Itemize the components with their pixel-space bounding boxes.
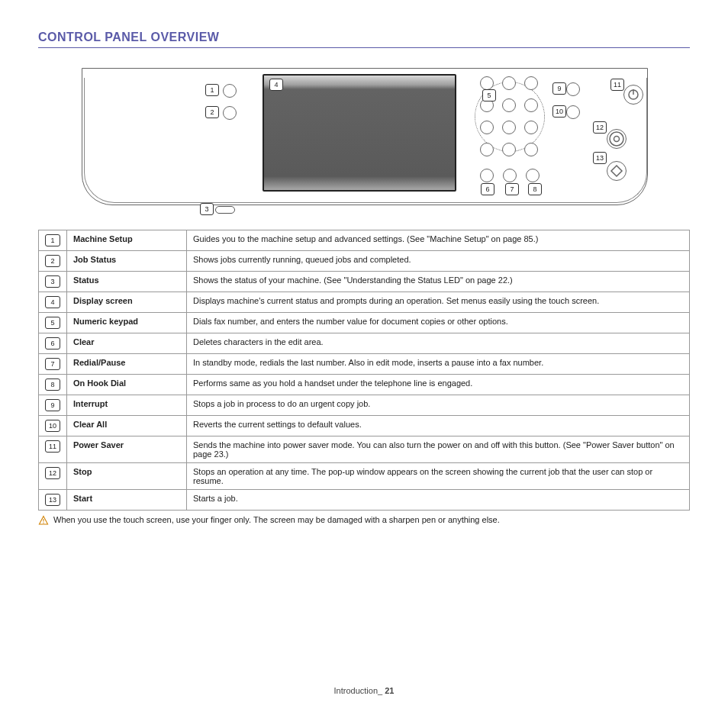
stop-button <box>607 129 627 149</box>
keypad-button <box>480 76 494 90</box>
keypad-button <box>480 143 494 156</box>
row-number: 7 <box>45 358 60 370</box>
table-row: 12StopStops an operation at any time. Th… <box>39 463 690 490</box>
redial-pause-button <box>503 169 517 182</box>
table-row: 5Numeric keypadDials fax number, and ent… <box>39 313 690 333</box>
row-desc: Sends the machine into power saver mode.… <box>187 436 690 463</box>
keypad-button <box>524 98 538 112</box>
row-desc: Stops an operation at any time. The pop-… <box>187 463 690 490</box>
row-name: Clear All <box>67 416 187 436</box>
row-desc: Dials fax number, and enters the number … <box>187 313 690 333</box>
callout-9: 9 <box>552 82 566 95</box>
keypad-button <box>502 121 516 134</box>
callout-12: 12 <box>593 121 607 134</box>
power-saver-button <box>623 85 643 105</box>
row-name: Clear <box>67 333 187 354</box>
callout-10: 10 <box>552 105 566 118</box>
row-desc: Stops a job in process to do an urgent c… <box>187 395 690 416</box>
row-desc: Deletes characters in the edit area. <box>187 333 690 354</box>
callout-3: 3 <box>200 203 214 215</box>
table-row: 10Clear AllReverts the current settings … <box>39 416 690 436</box>
row-number: 8 <box>45 378 60 391</box>
row-desc: Displays machine's current status and pr… <box>187 292 690 313</box>
callout-4: 4 <box>269 79 283 91</box>
row-number: 4 <box>45 296 60 308</box>
clear-button <box>480 169 494 182</box>
row-name: Numeric keypad <box>67 313 187 333</box>
row-desc: In standby mode, redials the last number… <box>187 354 690 375</box>
keypad-button <box>524 143 538 156</box>
callout-1: 1 <box>205 84 219 96</box>
row-number: 11 <box>45 440 60 453</box>
table-row: 1Machine SetupGuides you to the machine … <box>39 230 690 251</box>
keypad-button <box>524 121 538 134</box>
row-name: Interrupt <box>67 395 187 416</box>
machine-setup-button <box>223 84 237 98</box>
svg-point-2 <box>610 132 623 146</box>
keypad-button <box>502 143 516 156</box>
row-name: Start <box>67 490 187 511</box>
caution-text: When you use the touch screen, use your … <box>53 515 500 524</box>
callout-8: 8 <box>528 183 542 195</box>
row-number: 10 <box>45 420 60 432</box>
row-desc: Performs same as you hold a handset unde… <box>187 375 690 395</box>
page-footer: Introduction_ 21 <box>38 686 690 695</box>
svg-marker-4 <box>611 166 622 176</box>
start-button <box>607 161 627 181</box>
keypad-button <box>524 76 538 90</box>
callout-13: 13 <box>593 152 607 164</box>
row-name: Redial/Pause <box>67 354 187 375</box>
callout-6: 6 <box>481 183 494 195</box>
table-row: 6ClearDeletes characters in the edit are… <box>39 333 690 354</box>
row-number: 5 <box>45 317 60 329</box>
job-status-button <box>223 106 237 120</box>
svg-point-7 <box>43 522 43 523</box>
row-number: 13 <box>45 494 60 506</box>
caution-note: When you use the touch screen, use your … <box>38 515 690 526</box>
section-title: CONTROL PANEL OVERVIEW <box>38 31 690 48</box>
keypad-button <box>480 121 494 134</box>
row-name: Display screen <box>67 292 187 313</box>
table-row: 7Redial/PauseIn standby mode, redials th… <box>39 354 690 375</box>
row-desc: Shows the status of your machine. (See "… <box>187 272 690 292</box>
table-row: 11Power SaverSends the machine into powe… <box>39 436 690 463</box>
row-desc: Reverts the current settings to default … <box>187 416 690 436</box>
parts-table: 1Machine SetupGuides you to the machine … <box>38 230 690 511</box>
row-name: Power Saver <box>67 436 187 463</box>
row-number: 1 <box>45 234 60 246</box>
table-row: 9InterruptStops a job in process to do a… <box>39 395 690 416</box>
clear-all-button <box>566 105 580 119</box>
keypad-button <box>502 76 516 90</box>
interrupt-button <box>566 82 580 96</box>
callout-7: 7 <box>505 183 519 195</box>
svg-point-3 <box>614 137 620 142</box>
status-led <box>215 206 235 214</box>
row-number: 2 <box>45 255 60 267</box>
callout-5: 5 <box>482 89 496 101</box>
table-row: 13StartStarts a job. <box>39 490 690 511</box>
row-name: Stop <box>67 463 187 490</box>
row-number: 3 <box>45 275 60 288</box>
caution-icon <box>38 515 49 526</box>
row-number: 6 <box>45 337 60 350</box>
row-name: Machine Setup <box>67 230 187 251</box>
row-desc: Shows jobs currently running, queued job… <box>187 251 690 272</box>
keypad-button <box>502 98 516 112</box>
row-desc: Guides you to the machine setup and adva… <box>187 230 690 251</box>
table-row: 3StatusShows the status of your machine.… <box>39 272 690 292</box>
on-hook-dial-button <box>526 169 540 182</box>
table-row: 8On Hook DialPerforms same as you hold a… <box>39 375 690 395</box>
row-desc: Starts a job. <box>187 490 690 511</box>
control-panel-diagram: 1 2 3 4 5 6 7 8 9 10 11 12 13 <box>74 62 654 214</box>
callout-2: 2 <box>205 106 219 118</box>
row-number: 9 <box>45 399 60 411</box>
callout-11: 11 <box>610 79 624 91</box>
row-name: Status <box>67 272 187 292</box>
display-screen <box>263 74 456 192</box>
row-name: Job Status <box>67 251 187 272</box>
table-row: 2Job StatusShows jobs currently running,… <box>39 251 690 272</box>
table-row: 4Display screenDisplays machine's curren… <box>39 292 690 313</box>
row-name: On Hook Dial <box>67 375 187 395</box>
row-number: 12 <box>45 467 60 479</box>
